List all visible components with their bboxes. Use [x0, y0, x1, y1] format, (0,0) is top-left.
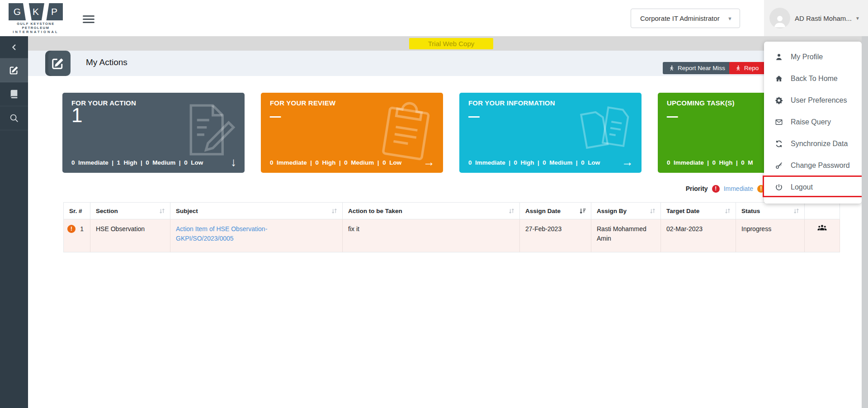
column-header-assign-date[interactable]: Assign Date — [520, 203, 591, 219]
avatar — [769, 8, 790, 28]
cell-subject: Action Item of HSE Observation-GKPI/SO/2… — [170, 219, 343, 252]
card-value: 1 — [71, 104, 82, 126]
trial-banner: Trial Web Copy — [409, 38, 493, 49]
user-dropdown-menu: My Profile Back To Home User Preferences… — [764, 42, 862, 204]
card-stats: 0 Immediate | 1 High | 0 Medium | 0 Low … — [71, 133, 203, 173]
arrow-right-icon[interactable]: → — [622, 155, 633, 169]
menu-item-user-preferences[interactable]: User Preferences — [764, 90, 862, 111]
report-near-miss-button[interactable]: Report Near Miss — [663, 62, 731, 74]
report-near-miss-label: Report Near Miss — [678, 65, 725, 71]
card-for-your-action[interactable]: FOR YOUR ACTION 1 0 Immediate | 1 High |… — [62, 93, 245, 173]
running-person-icon — [735, 65, 741, 71]
vertical-scrollbar[interactable] — [862, 36, 868, 408]
column-header-section[interactable]: Section — [90, 203, 170, 219]
sort-icon[interactable] — [793, 208, 800, 214]
cell-sr: ! 1 — [63, 219, 90, 252]
key-icon — [775, 161, 783, 170]
logo-text-line2: INTERNATIONAL — [5, 30, 66, 34]
sidebar-collapse-button[interactable] — [0, 36, 28, 58]
logo-text-line1: GULF KEYSTONE PETROLEUM — [5, 22, 66, 30]
sort-icon[interactable] — [649, 208, 656, 214]
arrow-right-icon[interactable]: → — [423, 155, 435, 169]
card-stats-line1: 0 Immediate | 0 High | 0 Medium | 0 Low — [468, 157, 600, 169]
column-header-sr: Sr. # — [63, 203, 90, 219]
card-stats-line1: 0 Immediate | 1 High | 0 Medium | 0 Low — [71, 157, 203, 169]
my-actions-tile-icon — [45, 51, 71, 76]
gkp-logo-boxes: G K P — [5, 3, 66, 20]
chevron-left-icon — [10, 43, 18, 51]
role-selector[interactable]: Corporate IT Administrator ▼ — [631, 9, 740, 28]
user-icon — [775, 53, 783, 61]
sidebar-item-register[interactable] — [0, 82, 28, 106]
menu-item-change-password[interactable]: Change Password — [764, 155, 862, 176]
app-root: G K P GULF KEYSTONE PETROLEUM INTERNATIO… — [0, 0, 868, 408]
cell-action: fix it — [343, 219, 520, 252]
menu-item-raise-query[interactable]: Raise Query — [764, 111, 862, 133]
card-for-your-review[interactable]: FOR YOUR REVIEW – 0 Immediate | 0 High |… — [261, 93, 443, 173]
chevron-down-icon: ▼ — [727, 16, 732, 21]
edit-icon — [9, 65, 19, 75]
logo-letter-g: G — [9, 3, 26, 20]
logo-letter-k: K — [27, 3, 44, 20]
arrow-down-icon[interactable]: ↓ — [231, 155, 236, 169]
my-actions-table: Sr. # Section Subject Action to be Taken… — [63, 202, 840, 252]
cell-assign-by: Rasti Mohammed Amin — [591, 219, 661, 252]
gkp-logo: G K P GULF KEYSTONE PETROLEUM INTERNATIO… — [5, 3, 66, 34]
priority-legend: Priority ! Immediate ! — [686, 184, 765, 194]
edit-icon — [51, 57, 65, 70]
column-header-target-date[interactable]: Target Date — [661, 203, 736, 219]
column-header-assign-by[interactable]: Assign By — [591, 203, 661, 219]
card-title: FOR YOUR INFORMATION — [468, 99, 555, 107]
card-for-your-information[interactable]: FOR YOUR INFORMATION – 0 Immediate | 0 H… — [459, 93, 642, 173]
menu-item-logout[interactable]: Logout — [764, 176, 862, 198]
card-value: – — [667, 104, 678, 126]
power-icon — [775, 183, 783, 191]
dashboard-cards: FOR YOUR ACTION 1 0 Immediate | 1 High |… — [62, 93, 840, 173]
column-header-subject[interactable]: Subject — [170, 203, 343, 219]
cell-section: HSE Observation — [90, 219, 170, 252]
sort-icon[interactable] — [331, 208, 338, 214]
top-header: G K P GULF KEYSTONE PETROLEUM INTERNATIO… — [0, 0, 868, 36]
cell-target-date: 02-Mar-2023 — [661, 219, 736, 252]
sync-icon — [775, 140, 783, 148]
cell-sr-value: 1 — [80, 224, 84, 252]
priority-legend-label: Priority — [686, 185, 708, 192]
sidebar-item-search[interactable] — [0, 106, 28, 130]
envelope-icon — [775, 118, 783, 126]
column-header-status[interactable]: Status — [736, 203, 805, 219]
menu-item-my-profile[interactable]: My Profile — [764, 46, 862, 68]
logo-letter-p: P — [46, 3, 63, 20]
cell-status: Inprogress — [736, 219, 805, 252]
menu-item-back-to-home[interactable]: Back To Home — [764, 68, 862, 90]
card-stats: 0 Immediate | 0 High | 0 Medium | 0 Low — [270, 133, 401, 173]
table-row: ! 1 HSE Observation Action Item of HSE O… — [63, 219, 840, 252]
hamburger-menu-icon[interactable] — [83, 15, 94, 25]
card-stats-line1: 0 Immediate | 0 High | 0 M — [667, 157, 753, 169]
card-stats-line1: 0 Immediate | 0 High | 0 Medium | 0 Low — [270, 157, 401, 169]
sort-icon[interactable] — [159, 208, 165, 214]
user-name: AD Rasti Moham... — [795, 14, 852, 22]
gear-icon — [775, 96, 783, 104]
priority-high-icon: ! — [67, 225, 75, 233]
running-person-icon — [668, 65, 675, 71]
home-icon — [775, 75, 783, 83]
group-icon — [817, 223, 827, 234]
cell-team-action[interactable] — [805, 219, 840, 252]
card-value: – — [270, 104, 281, 126]
priority-legend-immediate: Immediate — [724, 185, 753, 192]
menu-item-synchronize-data[interactable]: Synchronize Data — [764, 133, 862, 155]
sidebar-item-my-actions[interactable] — [0, 58, 28, 82]
sort-icon[interactable] — [508, 208, 515, 214]
sidebar — [0, 36, 28, 408]
sort-icon[interactable] — [724, 208, 731, 214]
sort-active-icon[interactable] — [579, 208, 586, 214]
table-header-row: Sr. # Section Subject Action to be Taken… — [63, 202, 840, 219]
column-header-action[interactable]: Action to be Taken — [343, 203, 520, 219]
chevron-down-icon: ▼ — [855, 16, 860, 21]
card-stats: 0 Immediate | 0 High | 0 Medium | 0 Low … — [468, 133, 600, 173]
search-icon — [9, 113, 19, 123]
subject-link[interactable]: Action Item of HSE Observation-GKPI/SO/2… — [176, 224, 314, 243]
report-red-label: Repo — [744, 65, 759, 71]
card-value: – — [468, 104, 479, 126]
user-menu-trigger[interactable]: AD Rasti Moham... ▼ — [764, 0, 868, 36]
